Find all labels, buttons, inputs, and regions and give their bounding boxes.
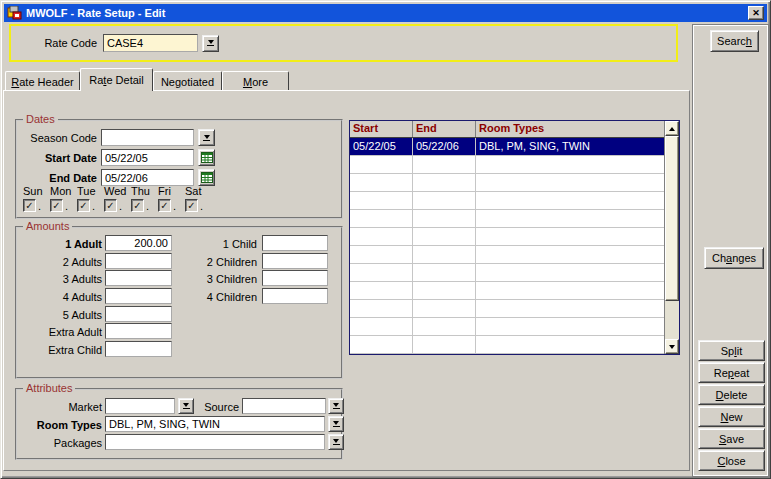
table-row-empty[interactable] bbox=[350, 156, 664, 174]
checkbox-check-icon: ✓ bbox=[106, 201, 114, 211]
table-header-row: Start End Room Types bbox=[350, 121, 664, 138]
room-types-dropdown-button[interactable] bbox=[328, 416, 344, 432]
day-checkbox-tue[interactable]: ✓ bbox=[77, 199, 90, 212]
dates-group-title: Dates bbox=[23, 113, 58, 125]
arrow-down-icon bbox=[669, 345, 675, 349]
table-row-empty[interactable] bbox=[350, 300, 664, 318]
room-types-label: Room Types bbox=[17, 419, 102, 431]
tab-rate-detail[interactable]: Rate Detail bbox=[80, 68, 153, 91]
checkbox-check-icon: ✓ bbox=[133, 201, 141, 211]
table-row-empty[interactable] bbox=[350, 228, 664, 246]
changes-button[interactable]: Changes bbox=[704, 247, 764, 269]
table-row-empty[interactable] bbox=[350, 318, 664, 336]
scroll-down-button[interactable] bbox=[665, 339, 679, 354]
rate-details-table: Start End Room Types 05/22/05 05/22/06 D… bbox=[349, 120, 680, 355]
source-dropdown-button[interactable] bbox=[328, 398, 344, 414]
day-checkbox-sat[interactable]: ✓ bbox=[185, 199, 198, 212]
checkbox-check-icon: ✓ bbox=[160, 201, 168, 211]
amount-3-children-label: 3 Children bbox=[167, 273, 257, 285]
new-button[interactable]: New bbox=[698, 406, 765, 427]
end-date-calendar-button[interactable] bbox=[198, 169, 215, 186]
amount-extra-child-input[interactable] bbox=[105, 341, 172, 357]
title-bar: MWOLF - Rate Setup - Edit ✕ bbox=[4, 4, 767, 22]
rate-code-panel: Rate Code bbox=[9, 24, 678, 62]
column-header-start: Start bbox=[350, 121, 413, 137]
source-label: Source bbox=[197, 401, 239, 413]
day-column-thu: Thu ✓. bbox=[131, 185, 158, 212]
day-column-sat: Sat ✓. bbox=[185, 185, 212, 212]
amount-extra-child-label: Extra Child bbox=[17, 344, 102, 356]
day-checkbox-thu[interactable]: ✓ bbox=[131, 199, 144, 212]
table-row-empty[interactable] bbox=[350, 282, 664, 300]
amount-3-adults-input[interactable] bbox=[105, 270, 172, 286]
grid-scrollbar[interactable] bbox=[664, 121, 679, 354]
lov-dropdown-icon bbox=[204, 135, 210, 139]
rate-code-dropdown-button[interactable] bbox=[202, 35, 219, 52]
market-input[interactable] bbox=[105, 398, 175, 414]
tab-content: Dates Season Code Start Date End Date bbox=[3, 90, 690, 471]
day-checkbox-sun[interactable]: ✓ bbox=[23, 199, 36, 212]
end-date-label: End Date bbox=[17, 172, 97, 184]
start-date-label: Start Date bbox=[17, 152, 97, 164]
save-button[interactable]: Save bbox=[698, 428, 765, 449]
day-column-mon: Mon ✓. bbox=[50, 185, 77, 212]
table-row-empty[interactable] bbox=[350, 336, 664, 354]
tab-strip: Rate Header Rate Detail Negotiated More bbox=[5, 68, 289, 91]
start-date-calendar-button[interactable] bbox=[198, 149, 215, 166]
amount-4-children-input[interactable] bbox=[262, 288, 328, 304]
close-button-action[interactable]: Close bbox=[698, 450, 765, 471]
market-dropdown-button[interactable] bbox=[178, 398, 194, 414]
season-code-dropdown-button[interactable] bbox=[198, 129, 215, 146]
amount-5-adults-input[interactable] bbox=[105, 306, 172, 322]
tab-rate-header[interactable]: Rate Header bbox=[5, 71, 80, 91]
column-header-end: End bbox=[413, 121, 476, 137]
rate-code-input[interactable] bbox=[103, 34, 198, 52]
search-button[interactable]: Search bbox=[710, 30, 759, 52]
end-date-input[interactable] bbox=[101, 169, 194, 186]
rate-code-label: Rate Code bbox=[41, 37, 97, 49]
day-checkbox-mon[interactable]: ✓ bbox=[50, 199, 63, 212]
repeat-button[interactable]: Repeat bbox=[698, 362, 765, 383]
source-input[interactable] bbox=[242, 398, 326, 414]
close-button[interactable]: ✕ bbox=[748, 6, 764, 20]
amount-extra-adult-input[interactable] bbox=[105, 323, 172, 339]
table-row-selected[interactable]: 05/22/05 05/22/06 DBL, PM, SING, TWIN bbox=[350, 138, 664, 156]
amount-2-children-input[interactable] bbox=[262, 253, 328, 269]
packages-input[interactable] bbox=[105, 434, 325, 450]
amount-1-child-input[interactable] bbox=[262, 235, 328, 251]
attributes-group: Attributes Market Source Room Types Pack… bbox=[15, 388, 343, 460]
table-row-empty[interactable] bbox=[350, 174, 664, 192]
lov-dropdown-icon bbox=[333, 421, 339, 425]
amount-4-adults-input[interactable] bbox=[105, 288, 172, 304]
scroll-up-button[interactable] bbox=[665, 121, 679, 136]
season-code-input[interactable] bbox=[101, 129, 194, 146]
day-checkbox-wed[interactable]: ✓ bbox=[104, 199, 117, 212]
dates-group: Dates Season Code Start Date End Date bbox=[15, 119, 343, 219]
table-row-empty[interactable] bbox=[350, 210, 664, 228]
window-title: MWOLF - Rate Setup - Edit bbox=[26, 7, 744, 19]
tab-more[interactable]: More bbox=[222, 71, 289, 91]
amount-3-children-input[interactable] bbox=[262, 270, 328, 286]
delete-button[interactable]: Delete bbox=[698, 384, 765, 405]
packages-label: Packages bbox=[17, 437, 102, 449]
room-types-input[interactable] bbox=[105, 416, 325, 432]
amounts-group: Amounts 1 Adult 2 Adults 3 Adults 4 Adul… bbox=[15, 226, 343, 379]
amount-2-adults-input[interactable] bbox=[105, 253, 172, 269]
table-row-empty[interactable] bbox=[350, 192, 664, 210]
day-checkbox-fri[interactable]: ✓ bbox=[158, 199, 171, 212]
checkbox-check-icon: ✓ bbox=[187, 201, 195, 211]
start-date-input[interactable] bbox=[101, 149, 194, 166]
lov-dropdown-icon bbox=[333, 403, 339, 407]
day-column-sun: Sun ✓. bbox=[23, 185, 50, 212]
checkbox-check-icon: ✓ bbox=[79, 201, 87, 211]
amount-1-adult-label: 1 Adult bbox=[17, 238, 102, 250]
table-row-empty[interactable] bbox=[350, 246, 664, 264]
tab-negotiated[interactable]: Negotiated bbox=[153, 71, 222, 91]
split-button[interactable]: Split bbox=[698, 340, 765, 361]
table-row-empty[interactable] bbox=[350, 264, 664, 282]
amount-1-adult-input[interactable] bbox=[105, 235, 172, 251]
packages-dropdown-button[interactable] bbox=[328, 434, 344, 450]
scrollbar-thumb[interactable] bbox=[665, 136, 679, 301]
lov-dropdown-icon bbox=[183, 403, 189, 407]
amount-4-children-label: 4 Children bbox=[167, 291, 257, 303]
